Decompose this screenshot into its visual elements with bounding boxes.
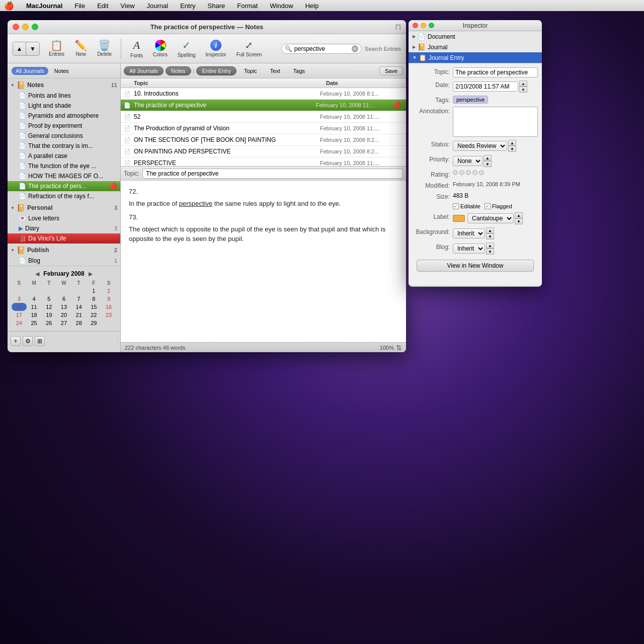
menu-format[interactable]: Format	[235, 2, 260, 10]
sidebar-group-personal-header[interactable]: ▼ 📔 Personal 3	[8, 202, 120, 213]
entry-row-practice[interactable]: 📄 The practice of perspective February 1…	[121, 100, 406, 111]
cal-cell[interactable]: 20	[56, 311, 71, 319]
nav-up-button[interactable]: ▲	[13, 42, 26, 55]
inspector-minimize-button[interactable]	[421, 23, 426, 28]
cal-cell[interactable]: 28	[71, 319, 87, 327]
menu-journal[interactable]: Journal	[145, 2, 171, 10]
blog-up-button[interactable]: ▲	[486, 243, 494, 249]
background-down-button[interactable]: ▼	[486, 233, 494, 239]
cal-cell[interactable]: 9	[101, 295, 116, 303]
cal-cell[interactable]: 22	[87, 311, 102, 319]
blog-down-button[interactable]: ▼	[486, 249, 494, 255]
cal-cell[interactable]: 18	[27, 311, 42, 319]
cal-cell[interactable]	[101, 319, 116, 327]
cal-cell[interactable]: 15	[87, 303, 102, 311]
filter-notes-btn[interactable]: Notes	[166, 66, 191, 75]
cal-cell[interactable]: 19	[41, 311, 56, 319]
entry-row-52[interactable]: 📄 52 February 10, 2008 11:....	[121, 111, 406, 123]
inspector-blog-select[interactable]: Inherit	[453, 244, 485, 254]
cal-cell[interactable]	[41, 287, 56, 295]
sidebar-item-general[interactable]: 📄 General conclusions	[8, 131, 120, 141]
entry-row-production[interactable]: 📄 The Production of pyramid of Vision Fe…	[121, 123, 406, 134]
cal-cell[interactable]: 2	[101, 287, 116, 295]
nav-down-button[interactable]: ▼	[26, 42, 39, 55]
cal-cell[interactable]: 4	[27, 295, 42, 303]
flagged-check[interactable]: ✓ Flagged	[485, 203, 512, 209]
inspector-priority-select[interactable]: None	[453, 156, 482, 166]
tag-perspective[interactable]: perspective	[453, 96, 488, 104]
status-down-button[interactable]: ▼	[508, 146, 516, 152]
entry-row-painting[interactable]: 📄 ON PAINTING AND PERSPECTIVE February 1…	[121, 146, 406, 157]
inspector-topic-input[interactable]	[453, 67, 538, 77]
grid-button[interactable]: ⊞	[35, 336, 45, 346]
cal-cell[interactable]: 17	[12, 311, 27, 319]
spelling-button[interactable]: ✓ Spelling	[174, 37, 200, 60]
date-up-button[interactable]: ▲	[519, 80, 527, 87]
menu-entry[interactable]: Entry	[178, 2, 197, 10]
sidebar-item-parallel[interactable]: 📄 A parallel case	[8, 151, 120, 161]
entry-row-introductions[interactable]: 📄 10. Introductions February 10, 2008 8:…	[121, 88, 406, 100]
entries-button[interactable]: 📋 Entries	[45, 38, 68, 59]
filter-all-journals-btn[interactable]: All Journals	[124, 66, 164, 75]
inspector-zoom-button[interactable]	[429, 23, 434, 28]
sidebar-item-blog[interactable]: 📄 Blog 1	[8, 256, 120, 266]
inspector-tree-entry[interactable]: ▼ 📋 Journal Entry	[409, 52, 542, 63]
sidebar-item-diary[interactable]: ▶ Diary 3	[8, 223, 120, 233]
menu-window[interactable]: Window	[268, 2, 295, 10]
menu-file[interactable]: File	[72, 2, 87, 10]
inspector-tree-journal[interactable]: ▶ 📔 Journal	[409, 42, 542, 52]
cal-cell[interactable]: 27	[56, 319, 71, 327]
cal-cell[interactable]	[56, 287, 71, 295]
filter-topic-btn[interactable]: Topic	[238, 66, 263, 75]
cal-cell[interactable]: 21	[71, 311, 87, 319]
search-input[interactable]	[294, 45, 350, 52]
rating-dot-4[interactable]	[472, 170, 477, 175]
filter-text-btn[interactable]: Text	[265, 66, 286, 75]
cal-cell[interactable]	[27, 287, 42, 295]
calendar-prev-button[interactable]: ◀	[35, 271, 39, 277]
menu-edit[interactable]: Edit	[95, 2, 110, 10]
apple-menu[interactable]: 🍎	[4, 1, 14, 11]
fonts-button[interactable]: A Fonts	[126, 37, 147, 60]
close-button[interactable]	[13, 24, 19, 30]
rating-dot-5[interactable]	[479, 170, 484, 175]
view-in-new-window-button[interactable]: View in New Window	[417, 260, 534, 272]
colors-button[interactable]: Colors	[149, 38, 172, 59]
filter-notes[interactable]: Notes	[50, 67, 73, 75]
cal-cell[interactable]: 12	[41, 303, 56, 311]
cal-cell[interactable]: 25	[27, 319, 42, 327]
editable-checkbox[interactable]: ✓	[453, 203, 459, 209]
inspector-close-button[interactable]	[413, 23, 418, 28]
cal-cell[interactable]	[71, 287, 87, 295]
cal-cell[interactable]: 29	[87, 319, 102, 327]
label-down-button[interactable]: ▼	[515, 218, 523, 224]
inspector-background-select[interactable]: Inherit	[453, 228, 485, 238]
rating-dot-2[interactable]	[459, 170, 464, 175]
sidebar-item-practice[interactable]: 📄 The practice of pers... 🔴	[8, 181, 120, 191]
rating-dot-1[interactable]	[453, 170, 458, 175]
col-date[interactable]: Date	[323, 78, 398, 88]
inspector-date-input[interactable]	[453, 82, 518, 92]
inspector-tree-document[interactable]: ▶ 📄 Document	[409, 31, 542, 42]
editable-check[interactable]: ✓ Editable	[453, 203, 480, 209]
maximize-icon[interactable]: ⊓	[395, 22, 401, 32]
cal-cell[interactable]: 23	[101, 311, 116, 319]
sidebar-item-how[interactable]: 📄 HOW THE IMAGES OF O...	[8, 171, 120, 181]
sidebar-item-pyramids[interactable]: 📄 Pyramids and atmosphere	[8, 111, 120, 121]
flagged-checkbox[interactable]: ✓	[485, 203, 491, 209]
filter-save-button[interactable]: Save	[379, 66, 403, 75]
sidebar-item-proof[interactable]: 📄 Proof by experiment	[8, 121, 120, 131]
sidebar-group-publish-header[interactable]: ▼ 📔 Publish 2	[8, 245, 120, 256]
zoom-button[interactable]	[32, 24, 38, 30]
col-topic[interactable]: Topic	[131, 78, 323, 88]
cal-cell[interactable]: 1	[87, 287, 102, 295]
topic-input[interactable]	[142, 169, 403, 179]
cal-cell[interactable]: 14	[71, 303, 87, 311]
filter-tags-btn[interactable]: Tags	[288, 66, 310, 75]
status-up-button[interactable]: ▲	[508, 140, 516, 146]
label-up-button[interactable]: ▲	[515, 212, 523, 218]
date-down-button[interactable]: ▼	[519, 87, 527, 93]
minimize-button[interactable]	[22, 24, 29, 30]
search-clear-button[interactable]: ✕	[352, 45, 358, 52]
cal-cell-today[interactable]: 10	[12, 303, 27, 311]
